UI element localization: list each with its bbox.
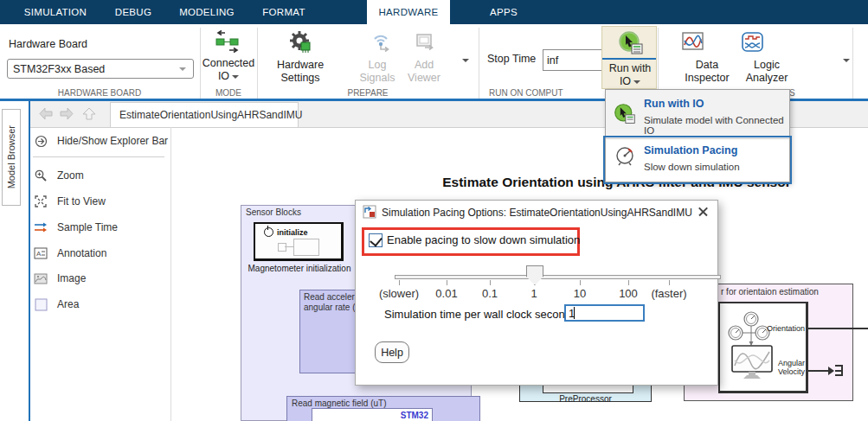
connected-io-button[interactable]: Connected IO: [200, 57, 257, 83]
magnetometer-init-block[interactable]: initialize: [254, 222, 344, 261]
time-per-wallclock-label: Simulation time per wall clock second: [384, 308, 571, 321]
run-line1: Run with: [609, 62, 652, 74]
enable-pacing-label: Enable pacing to slow down simulation: [387, 233, 580, 246]
add-viewer-button[interactable]: Add Viewer: [400, 59, 448, 85]
area-icon: [33, 297, 48, 312]
hide-show-explorer-label: Hide/Show Explorer Bar: [57, 135, 168, 147]
annotation-tool[interactable]: A Annotation: [33, 244, 106, 263]
run-with-io-icon: [618, 30, 644, 60]
section-results-fragment: S: [789, 88, 807, 98]
tab-format[interactable]: FORMAT: [251, 0, 317, 24]
fit-to-view-tool[interactable]: Fit to View: [33, 192, 106, 211]
slider-tick: [580, 280, 581, 285]
model-browser-label: Model Browser: [6, 125, 16, 188]
menu-item-run-with-io[interactable]: Run with IO Simulate model with Connecte…: [606, 90, 789, 138]
stm32-subblock[interactable]: STM32: [312, 408, 433, 421]
results-flyout-button[interactable]: [840, 52, 850, 67]
back-arrow-icon[interactable]: [38, 106, 54, 121]
tab-apps[interactable]: APPS: [467, 0, 540, 24]
logic-analyzer-icon: [741, 31, 765, 57]
ribbon-separator: [479, 28, 479, 99]
explorer-bar-divider: [170, 127, 171, 421]
area-label: Area: [57, 298, 79, 310]
connected-io-line1: Connected: [203, 57, 254, 69]
tab-hardware[interactable]: HARDWARE: [367, 0, 450, 24]
scope-monitor-icon: [731, 345, 775, 385]
chevron-down-icon: [179, 67, 186, 71]
ribbon-separator: [658, 28, 659, 99]
document-left-accent: [29, 101, 30, 421]
read-accel-line1: Read accelerat: [304, 292, 362, 302]
section-run-on-computer: RUN ON COMPUT: [489, 88, 610, 98]
chevron-down-icon: [633, 80, 640, 84]
svg-text:A: A: [36, 250, 42, 258]
init-inner-block: [293, 239, 319, 256]
time-per-wallclock-input[interactable]: [564, 304, 645, 322]
hide-show-explorer-button[interactable]: Hide/Show Explorer Bar: [33, 131, 168, 150]
orientation-port-label: Orientation: [756, 324, 805, 333]
slider-tick: [447, 280, 447, 285]
slider-tick: [669, 280, 670, 285]
run-button-accent: [602, 58, 656, 60]
orientation-signal-line[interactable]: [808, 328, 868, 329]
init-inner-line: [285, 246, 293, 247]
ahrs-filter-block[interactable]: Orientation Angular Velocity: [718, 302, 808, 393]
model-document-tab[interactable]: EstimateOrientationUsingAHRSandIMU: [110, 102, 299, 127]
logic-analyzer-button[interactable]: Logic Analyzer: [741, 59, 793, 85]
menu-run-title: Run with IO: [644, 98, 704, 110]
run-with-io-label: Run with IO: [602, 62, 658, 88]
annotation-label: Annotation: [57, 247, 106, 259]
zoom-tool[interactable]: Zoom: [33, 166, 84, 185]
dialog-title: Simulation Pacing Options: EstimateOrien…: [382, 207, 692, 219]
up-arrow-icon[interactable]: [81, 106, 97, 121]
hardware-settings-button[interactable]: Hardware Settings: [267, 59, 333, 85]
tab-modeling[interactable]: MODELING: [170, 0, 244, 24]
data-inspector-button[interactable]: Data Inspector: [681, 59, 733, 85]
run-line2: IO: [620, 75, 631, 87]
power-icon: [264, 227, 273, 237]
hardware-board-dropdown[interactable]: STM32F3xx Based: [7, 59, 194, 79]
prepare-flyout-button[interactable]: [460, 52, 469, 67]
sensor-blocks-label: Sensor Blocks: [246, 207, 301, 217]
sample-time-icon: [33, 220, 48, 235]
fit-to-view-icon: [33, 194, 48, 209]
section-prepare: PREPARE: [257, 88, 479, 98]
pacing-slider-track[interactable]: [395, 275, 721, 279]
slider-thumb[interactable]: [526, 265, 543, 285]
forward-arrow-icon[interactable]: [59, 106, 74, 121]
checkmark-icon: [370, 234, 383, 247]
hide-show-explorer-icon: [33, 133, 48, 149]
slider-label-faster: (faster): [639, 287, 699, 300]
ribbon: Hardware Board STM32F3xx Based HARDWARE …: [0, 24, 868, 99]
terminator-block[interactable]: [835, 365, 843, 376]
image-icon: [33, 271, 48, 286]
tab-debug[interactable]: DEBUG: [102, 0, 164, 24]
help-label: Help: [381, 347, 403, 359]
run-with-io-menu-icon: [614, 103, 636, 129]
section-mode: MODE: [200, 88, 257, 98]
stm32-label: STM32: [401, 411, 428, 420]
stop-time-input[interactable]: [543, 49, 604, 71]
sample-time-tool[interactable]: Sample Time: [33, 218, 118, 237]
dialog-icon: [363, 205, 376, 222]
simulation-pacing-dialog: Simulation Pacing Options: EstimateOrien…: [355, 200, 718, 386]
tab-simulation[interactable]: SIMULATION: [12, 0, 99, 24]
area-tool[interactable]: Area: [33, 295, 79, 314]
connected-io-icon[interactable]: [215, 29, 242, 54]
run-with-io-button[interactable]: Run with IO: [601, 26, 657, 89]
image-tool[interactable]: Image: [33, 269, 86, 288]
help-button[interactable]: Help: [375, 341, 409, 363]
zoom-icon: [33, 168, 48, 183]
log-signals-button[interactable]: Log Signals: [353, 59, 402, 85]
signal-arrowhead: [828, 367, 834, 375]
enable-pacing-checkbox[interactable]: [369, 233, 383, 247]
angular-velocity-signal-line[interactable]: [808, 370, 829, 372]
model-browser-tab[interactable]: Model Browser: [2, 109, 21, 206]
slider-tick: [399, 280, 400, 285]
hardware-board-label: Hardware Board: [9, 38, 87, 50]
initialize-label: initialize: [277, 228, 308, 237]
annotation-icon: A: [33, 246, 48, 261]
simulink-window: SIMULATION DEBUG MODELING FORMAT HARDWAR…: [0, 0, 868, 421]
sample-time-label: Sample Time: [57, 221, 118, 233]
close-icon[interactable]: [697, 205, 710, 219]
